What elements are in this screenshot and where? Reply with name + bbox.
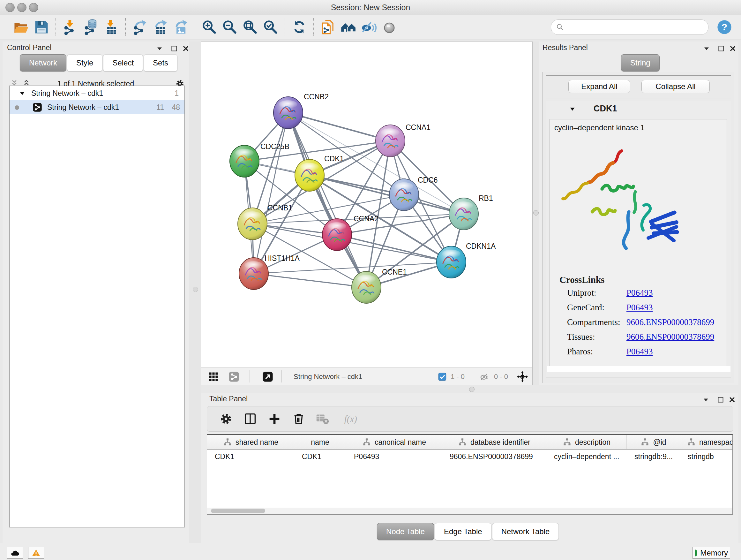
table-options-icon[interactable] xyxy=(219,412,233,426)
crosslink-link[interactable]: 9606.ENSP00000378699 xyxy=(626,317,714,327)
network-node-RB1[interactable]: RB1 xyxy=(449,194,493,230)
results-panel-float-button[interactable] xyxy=(702,44,711,53)
tab-sets[interactable]: Sets xyxy=(144,54,178,71)
right-splitter-handle[interactable] xyxy=(533,210,539,215)
network-edge[interactable] xyxy=(254,113,288,273)
table-cell[interactable]: CDK1 xyxy=(294,449,346,463)
table-cell[interactable]: CDK1 xyxy=(207,449,294,463)
import-table-from-file-button[interactable] xyxy=(101,17,121,37)
bottom-splitter[interactable] xyxy=(201,385,741,393)
column-header-name[interactable]: name xyxy=(294,435,346,449)
table-panel-maximize-button[interactable] xyxy=(716,395,725,404)
section-expander-icon[interactable] xyxy=(569,105,578,114)
collection-expander-icon[interactable] xyxy=(18,89,27,98)
crosslink-link[interactable]: P06493 xyxy=(626,347,653,357)
pan-crosshair-icon[interactable] xyxy=(516,371,529,383)
memory-button[interactable]: Memory xyxy=(692,547,730,559)
grid-view-icon[interactable] xyxy=(208,371,219,382)
column-header-database-identifier[interactable]: database identifier xyxy=(442,435,546,449)
crosslink-link[interactable]: 9606.ENSP00000378699 xyxy=(626,332,714,342)
cloud-button[interactable] xyxy=(7,547,23,559)
control-panel-maximize-button[interactable] xyxy=(170,44,179,53)
table-panel-float-button[interactable] xyxy=(701,395,711,404)
zoom-fit-button[interactable] xyxy=(240,17,260,37)
show-graphics-details-button[interactable] xyxy=(379,17,400,37)
clear-table-icon[interactable] xyxy=(315,412,330,426)
tab-edge-table[interactable]: Edge Table xyxy=(434,523,491,540)
network-node-CCNA1[interactable]: CCNA1 xyxy=(376,123,430,157)
table-cell[interactable]: P06493 xyxy=(346,449,442,463)
node-result-header[interactable]: CDK1 xyxy=(546,101,731,117)
export-image-button[interactable] xyxy=(171,17,191,37)
save-session-button[interactable] xyxy=(31,17,52,37)
network-canvas[interactable]: CCNB2CCNA1CDC25BCDK1CDC6RB1CCNB1CCNA2CDK… xyxy=(201,42,532,368)
network-node-CCNA2[interactable]: CCNA2 xyxy=(322,214,379,251)
hidden-eye-icon[interactable] xyxy=(479,371,490,382)
network-edge[interactable] xyxy=(288,113,366,287)
table-panel-close-button[interactable] xyxy=(728,395,737,404)
warnings-button[interactable] xyxy=(28,547,44,559)
search-input[interactable] xyxy=(568,21,703,34)
tab-network[interactable]: Network xyxy=(20,54,66,71)
bottom-splitter-handle[interactable] xyxy=(469,387,475,392)
zoom-selected-button[interactable] xyxy=(260,17,281,37)
share-document-button[interactable] xyxy=(318,17,338,37)
column-header-namespace[interactable]: namespace xyxy=(680,435,733,449)
expand-all-button[interactable]: Expand All xyxy=(568,80,630,93)
tab-network-table[interactable]: Network Table xyxy=(492,523,559,540)
network-node-CCNB2[interactable]: CCNB2 xyxy=(273,92,329,129)
network-collection-row[interactable]: String Network – cdk1 1 xyxy=(10,86,185,100)
column-header-id[interactable]: @id xyxy=(627,435,680,449)
tab-style[interactable]: Style xyxy=(67,54,103,71)
network-home-button[interactable] xyxy=(338,17,359,37)
table-row[interactable]: CDK1CDK1P064939606.ENSP00000378699cyclin… xyxy=(207,449,732,463)
network-node-CCNE1[interactable]: CCNE1 xyxy=(352,268,407,303)
control-panel-float-button[interactable] xyxy=(155,44,164,53)
open-session-button[interactable] xyxy=(11,17,31,37)
network-row[interactable]: String Network – cdk1 11 48 xyxy=(10,100,185,114)
column-header-description[interactable]: description xyxy=(546,435,627,449)
import-network-from-database-button[interactable] xyxy=(80,17,101,37)
network-edge[interactable] xyxy=(288,113,390,141)
zoom-out-button[interactable] xyxy=(219,17,240,37)
tab-string[interactable]: String xyxy=(621,54,660,71)
table-cell[interactable]: stringdb xyxy=(680,449,733,463)
apply-layout-button[interactable] xyxy=(289,17,310,37)
left-splitter-handle[interactable] xyxy=(193,287,198,292)
export-table-button[interactable] xyxy=(150,17,171,37)
help-button[interactable]: ? xyxy=(716,19,733,36)
left-splitter[interactable] xyxy=(189,42,202,543)
apply-function-icon[interactable]: f(x) xyxy=(339,412,361,426)
export-network-button[interactable] xyxy=(130,17,150,37)
table-hscrollbar[interactable] xyxy=(207,508,732,514)
column-header-canonical-name[interactable]: canonical name xyxy=(346,435,442,449)
network-edge[interactable] xyxy=(254,273,366,287)
results-hscrollbar[interactable] xyxy=(547,366,731,372)
delete-column-icon[interactable] xyxy=(291,412,306,426)
table-hscrollbar-thumb[interactable] xyxy=(211,509,265,513)
network-node-CDC25B[interactable]: CDC25B xyxy=(230,142,289,177)
open-in-new-window-icon[interactable] xyxy=(262,371,273,382)
network-node-CDKN1A[interactable]: CDKN1A xyxy=(436,242,496,278)
show-columns-icon[interactable] xyxy=(243,412,258,426)
hide-graphics-details-button[interactable] xyxy=(359,17,379,37)
collapse-all-button[interactable]: Collapse All xyxy=(642,80,710,93)
results-panel-maximize-button[interactable] xyxy=(717,44,726,53)
network-node-CCNB1[interactable]: CCNB1 xyxy=(238,204,292,240)
tab-select[interactable]: Select xyxy=(103,54,143,71)
network-overview-icon[interactable] xyxy=(228,371,239,382)
table-cell[interactable]: stringdb:9... xyxy=(627,449,680,463)
table-cell[interactable]: 9606.ENSP00000378699 xyxy=(442,449,546,463)
column-header-shared-name[interactable]: shared name xyxy=(207,435,294,449)
import-network-from-file-button[interactable] xyxy=(60,17,80,37)
zoom-in-button[interactable] xyxy=(199,17,219,37)
results-panel-close-button[interactable] xyxy=(728,44,737,53)
crosslink-link[interactable]: P06493 xyxy=(626,303,653,313)
network-edge[interactable] xyxy=(254,262,451,273)
create-column-icon[interactable] xyxy=(267,412,282,426)
right-splitter[interactable] xyxy=(532,42,539,385)
tab-node-table[interactable]: Node Table xyxy=(377,523,434,540)
selected-checkbox-icon[interactable] xyxy=(438,372,447,381)
table-cell[interactable]: cyclin–dependent ... xyxy=(546,449,627,463)
crosslink-link[interactable]: P06493 xyxy=(626,288,653,298)
